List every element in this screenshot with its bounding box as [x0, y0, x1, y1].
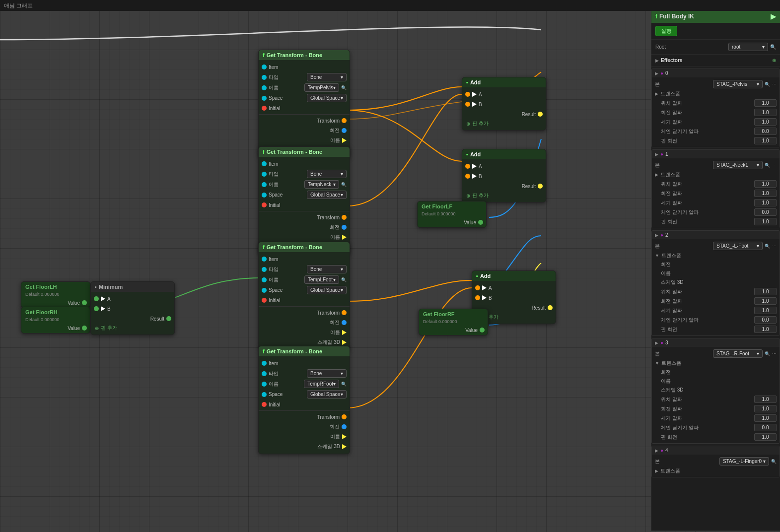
- effector-0-header[interactable]: ▶ ● 0: [652, 69, 780, 77]
- dropdown-name-2[interactable]: TempNeck ▾: [304, 180, 339, 189]
- pin-name-3: [262, 277, 267, 282]
- pin-item-3: [262, 257, 267, 262]
- node-minimum: ▪ Minimum A B Result ⊕ 핀 추가: [90, 281, 175, 335]
- add-pin-btn-2[interactable]: ⊕ 핀 추가: [462, 191, 546, 200]
- dropdown-space-4[interactable]: Global Space ▾: [307, 390, 347, 399]
- pin-add1-result: [538, 112, 543, 117]
- pin-out-transform-2: [342, 215, 347, 220]
- effector-1: ▶ ● 1 본 STAG_-Neck1 ▾ 🔍 ⋯ ▶ 트랜스폼 위치 알파 1…: [651, 149, 780, 228]
- bone-2-search: 🔍: [765, 244, 770, 249]
- node-minimum-header: ▪ Minimum: [91, 282, 174, 292]
- dropdown-name-3[interactable]: TempLFoot ▾: [304, 275, 339, 284]
- effector-0: ▶ ● 0 본 STAG_-Pelvis ▾ 🔍 ⋯ ▶ 트랜스폼 위치 알파 …: [651, 68, 780, 147]
- pin-min-a-tri: [101, 296, 105, 301]
- collapse-transform-0: ▶: [655, 91, 658, 96]
- node-row-type-1: 타입 Bone ▾: [259, 72, 350, 82]
- fbik-play-btn[interactable]: ▶: [771, 12, 776, 20]
- collapse-transform-1: ▶: [655, 172, 658, 177]
- effector-4-header[interactable]: ▶ ● 4: [652, 446, 780, 455]
- node-get-floor-lh: Get FloorLH Default 0.000000 Value: [21, 281, 90, 308]
- pin-add2-b-tri: [472, 174, 477, 179]
- node-add-header-2: ▪ Add: [462, 149, 546, 159]
- minimum-title: Minimum: [99, 284, 123, 290]
- dropdown-space-3[interactable]: Global Space ▾: [307, 286, 347, 294]
- pin-add2-result: [538, 184, 543, 189]
- pin-name-2: [262, 182, 267, 187]
- node-header-2: f Get Transform - Bone: [259, 147, 350, 157]
- node-row-item-1: Item: [259, 62, 350, 72]
- effector-3-header[interactable]: ▶ ● 3: [652, 338, 780, 347]
- effector-2-header[interactable]: ▶ ● 2: [652, 231, 780, 239]
- effector-2: ▶ ● 2 본 STAG_-L-Foot ▾ 🔍 ⋯ ▼ 트랜스폼 회전: [651, 230, 780, 336]
- collapse-1: ▶: [655, 152, 658, 157]
- collapse-transform-4: ▶: [655, 468, 658, 473]
- pin-out-name-2: [342, 235, 347, 240]
- dropdown-bone-1[interactable]: STAG_-Neck1 ▾: [713, 161, 763, 169]
- pin-get-floor-lf-value: [478, 220, 483, 225]
- pin-out-transform-3: [342, 310, 347, 315]
- pin-out-name-1: [342, 138, 347, 143]
- pin-space-1: [262, 96, 267, 101]
- node-row-name-1: 이름 TempPelvis ▾ 🔍: [259, 82, 350, 93]
- pin-space-2: [262, 193, 267, 198]
- panel-run-section: 실행: [651, 23, 780, 40]
- dropdown-bone-3[interactable]: STAG_-R-Foot ▾: [713, 349, 763, 358]
- dropdown-type-4[interactable]: Bone ▾: [307, 369, 347, 378]
- dropdown-bone-0[interactable]: STAG_-Pelvis ▾: [713, 80, 763, 88]
- pin-name-4: [262, 382, 267, 387]
- dropdown-bone-2[interactable]: STAG_-L-Foot ▾: [713, 242, 763, 250]
- add-pin-btn-1[interactable]: ⊕ 핀 추가: [462, 119, 546, 128]
- title-bar: 애님 그래프: [0, 0, 780, 11]
- panel-root-section: Root root ▾ 🔍: [651, 40, 780, 55]
- pin-out-transform-4: [342, 414, 347, 419]
- bone-1-more: ⋯: [772, 163, 777, 168]
- panel-fbik: f Full Body IK ▶ 실행 Root root ▾ 🔍 ▶ Effe…: [651, 10, 780, 531]
- pin-out-name-4: [342, 434, 347, 439]
- effector-4: ▶ ● 4 본 STAG_-L-Finger0 ▾ 🔍 ▶ 트랜스폼: [651, 446, 780, 477]
- pin-type-3: [262, 267, 267, 272]
- node-row-out-rot-1: 회전: [259, 126, 350, 135]
- dropdown-type-1[interactable]: Bone ▾: [307, 73, 347, 81]
- dropdown-name-1[interactable]: TempPelvis ▾: [304, 83, 339, 92]
- node-get-transform-1: f Get Transform - Bone Item 타입 Bone ▾ 이름…: [258, 50, 350, 158]
- collapse-0: ▶: [655, 71, 658, 76]
- node-add-title-2: Add: [470, 151, 481, 157]
- node-header-4: f Get Transform - Bone: [259, 346, 350, 356]
- node-header-1: f Get Transform - Bone: [259, 50, 350, 60]
- node-add-2: ▪ Add A B Result ⊕ 핀 추가: [462, 149, 546, 202]
- node-get-floor-rf-header: Get FloorRF: [419, 309, 488, 319]
- dropdown-space-1[interactable]: Global Space ▾: [307, 94, 347, 102]
- collapse-2: ▶: [655, 233, 658, 238]
- dropdown-type-2[interactable]: Bone ▾: [307, 170, 347, 178]
- dropdown-name-4[interactable]: TempRFoot ▾: [304, 380, 339, 388]
- collapse-transform-2: ▼: [655, 253, 659, 258]
- collapse-transform-3: ▼: [655, 361, 659, 366]
- node-get-transform-3: f Get Transform - Bone Item 타입 Bone ▾ 이름…: [258, 242, 350, 350]
- run-button[interactable]: 실행: [655, 26, 677, 36]
- node-get-floor-rf: Get FloorRF Default 0.000000 Value: [419, 309, 488, 335]
- pin-add3-result: [548, 305, 553, 310]
- get-floor-lh-title: Get FloorLH: [25, 284, 57, 290]
- effector-4-body: 본 STAG_-L-Finger0 ▾ 🔍 ▶ 트랜스폼: [652, 455, 780, 477]
- collapse-4: ▶: [655, 448, 658, 453]
- node-icon-2: f: [263, 149, 265, 155]
- node-icon-1: f: [263, 52, 265, 58]
- node-row-out-transform-1: Transform: [259, 116, 350, 126]
- node-body-1: Item 타입 Bone ▾ 이름 TempPelvis ▾ 🔍 Space G…: [259, 60, 350, 157]
- pin-min-a: [94, 296, 99, 301]
- node-add-header-3: ▪ Add: [472, 271, 556, 281]
- pin-item-4: [262, 361, 267, 366]
- dropdown-bone-4[interactable]: STAG_-L-Finger0 ▾: [719, 457, 769, 466]
- add-pin-btn-min[interactable]: ⊕ 핀 추가: [91, 324, 174, 332]
- pin-min-b-tri: [101, 306, 105, 311]
- pin-add3-b-tri: [482, 295, 487, 300]
- dropdown-type-3[interactable]: Bone ▾: [307, 265, 347, 273]
- pin-out-transform-1: [342, 118, 347, 123]
- dropdown-space-2[interactable]: Global Space ▾: [307, 191, 347, 199]
- minimum-icon: ▪: [95, 284, 97, 290]
- node-get-floor-lf-header: Get FloorLF: [418, 201, 486, 211]
- effector-1-header[interactable]: ▶ ● 1: [652, 150, 780, 158]
- pin-out-rot-4: [342, 424, 347, 429]
- dropdown-root[interactable]: root ▾: [728, 43, 768, 51]
- add-effector-btn[interactable]: ⊕: [772, 58, 776, 63]
